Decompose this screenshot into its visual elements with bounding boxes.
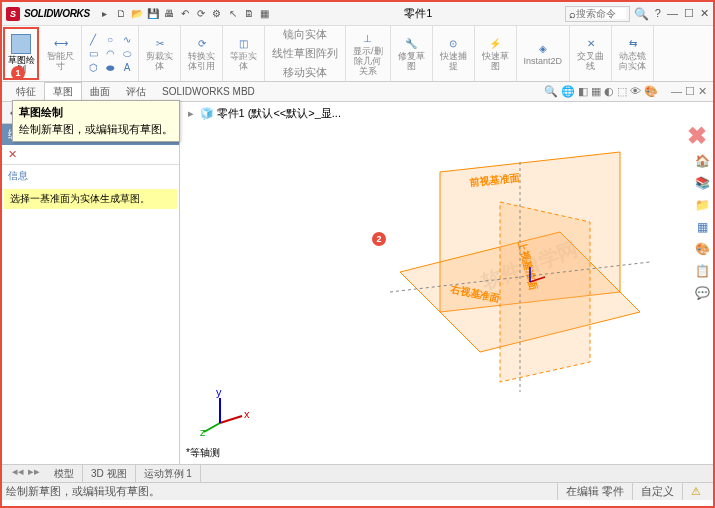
svg-marker-2	[500, 202, 590, 382]
minimize-icon[interactable]: —	[667, 7, 678, 20]
rapid-sketch-button[interactable]: ⚡快速草 图	[479, 34, 512, 73]
resources-icon[interactable]: 🏠	[693, 152, 711, 170]
library-icon[interactable]: 📚	[693, 174, 711, 192]
tab-evaluate[interactable]: 评估	[118, 82, 154, 102]
poly-icon[interactable]: ⬡	[86, 61, 100, 75]
offset-icon: ◫	[237, 36, 251, 50]
tab-nav-right-icon[interactable]: ▸▸	[28, 465, 40, 482]
doc-close-icon[interactable]: ✕	[698, 85, 707, 98]
view-triad[interactable]: x z y	[200, 388, 250, 440]
property-cancel-icon[interactable]: ✕	[8, 148, 17, 160]
tab-3dview[interactable]: 3D 视图	[83, 465, 136, 482]
options-icon[interactable]: ⚙	[210, 7, 224, 21]
slot-icon[interactable]: ⬬	[103, 61, 117, 75]
breadcrumb[interactable]: ▸ 🧊 零件1 (默认<<默认>_显...	[188, 106, 341, 121]
circle-icon[interactable]: ○	[103, 33, 117, 47]
close-icon[interactable]: ✕	[700, 7, 709, 20]
graphics-viewport[interactable]: ▸ 🧊 零件1 (默认<<默认>_显... ✖ 🏠 📚 📁 ▦ 🎨 📋 💬 软件…	[180, 102, 713, 464]
new-doc-icon[interactable]: 🗋	[114, 7, 128, 21]
layers-icon[interactable]: ▦	[258, 7, 272, 21]
crumb-arrow-icon: ▸	[188, 107, 194, 119]
convert-button[interactable]: ⟳转换实 体引用	[185, 34, 218, 73]
tab-mbd[interactable]: SOLIDWORKS MBD	[154, 82, 263, 102]
task-pane: 🏠 📚 📁 ▦ 🎨 📋 💬	[693, 152, 711, 302]
tooltip-body: 绘制新草图，或编辑现有草图。	[19, 122, 173, 137]
explorer-icon[interactable]: 📁	[693, 196, 711, 214]
instant2d-button[interactable]: ◈Instant2D	[521, 39, 566, 68]
text-icon[interactable]: A	[120, 61, 134, 75]
arc-icon[interactable]: ◠	[103, 47, 117, 61]
titlebar: S SOLIDWORKS ▸ 🗋 📂 💾 🖶 ↶ ⟳ ⚙ ↖ 🗎 ▦ 零件1 ⌕…	[2, 2, 713, 26]
scene-icon[interactable]: ◐	[604, 85, 614, 98]
ribbon: 草图绘 制 1 ⟷ 智能尺 寸 ╱○∿ ▭◠⬭ ⬡⬬A ✂剪裁实 体 ⟳转换实 …	[2, 26, 713, 82]
trim-button[interactable]: ✂剪裁实 体	[143, 34, 176, 73]
appearance-icon[interactable]: 🎨	[644, 85, 658, 98]
search-glass-icon[interactable]: 🔍	[634, 7, 649, 21]
repair-button[interactable]: 🔧修复草 图	[395, 34, 428, 73]
tooltip-title: 草图绘制	[19, 105, 173, 120]
appearances-icon[interactable]: 🎨	[693, 240, 711, 258]
pattern-button[interactable]: 线性草图阵列	[269, 44, 341, 63]
annotation-badge-2: 2	[372, 232, 386, 246]
save-icon[interactable]: 💾	[146, 7, 160, 21]
feature-manager-panel: ◆ ▦ ⚙ ◈ ⊕ ▸ 编辑草图 ? ✕ 信息 选择一基准面为实体生成草图。	[2, 102, 180, 464]
search-box[interactable]: ⌕	[565, 6, 630, 22]
new-icon[interactable]: ▸	[98, 7, 112, 21]
help-icon[interactable]: ?	[655, 7, 661, 20]
main-area: ◆ ▦ ⚙ ◈ ⊕ ▸ 编辑草图 ? ✕ 信息 选择一基准面为实体生成草图。 ▸…	[2, 102, 713, 464]
intersect-button[interactable]: ✕交叉曲 线	[574, 34, 607, 73]
status-custom[interactable]: 自定义	[632, 483, 682, 500]
status-warning-icon[interactable]: ⚠	[682, 483, 709, 500]
line-icon[interactable]: ╱	[86, 33, 100, 47]
status-bar: 绘制新草图，或编辑现有草图。 在编辑 零件 自定义 ⚠	[2, 482, 713, 500]
rect-icon[interactable]: ▭	[86, 47, 100, 61]
motion-tabs: ◂◂ ▸▸ 模型 3D 视图 运动算例 1	[2, 464, 713, 482]
doc-icon[interactable]: 🗎	[242, 7, 256, 21]
trim-icon: ✂	[153, 36, 167, 50]
confirm-cancel-icon[interactable]: ✖	[687, 122, 707, 150]
svg-text:y: y	[216, 388, 222, 398]
hide-show-icon[interactable]: 👁	[630, 85, 641, 98]
view-orientation-label: *等轴测	[186, 446, 220, 460]
dynamic-mirror-button[interactable]: ⇆动态镜 向实体	[616, 34, 649, 73]
tab-model[interactable]: 模型	[46, 465, 83, 482]
display-style-icon[interactable]: ▦	[591, 85, 601, 98]
window-buttons: ? — ☐ ✕	[655, 7, 709, 20]
offset-button[interactable]: ◫等距实 体	[227, 34, 260, 73]
doc-max-icon[interactable]: ☐	[685, 85, 695, 98]
view-palette-icon[interactable]: ▦	[693, 218, 711, 236]
dynmirror-icon: ⇆	[626, 36, 640, 50]
section-icon[interactable]: ◧	[578, 85, 588, 98]
view-orient-icon[interactable]: ⬚	[617, 85, 627, 98]
tab-nav-left-icon[interactable]: ◂◂	[12, 465, 24, 482]
tab-sketch[interactable]: 草图	[44, 82, 82, 102]
tab-features[interactable]: 特征	[8, 82, 44, 102]
zoom-fit-icon[interactable]: 🔍	[544, 85, 558, 98]
spline-icon[interactable]: ∿	[120, 33, 134, 47]
select-icon[interactable]: ↖	[226, 7, 240, 21]
smart-dimension-button[interactable]: ⟷ 智能尺 寸	[44, 34, 77, 73]
search-icon: ⌕	[569, 8, 576, 20]
move-button[interactable]: 移动实体	[269, 63, 341, 82]
svg-text:x: x	[244, 408, 250, 420]
maximize-icon[interactable]: ☐	[684, 7, 694, 20]
search-input[interactable]	[576, 8, 626, 19]
display-relations-button[interactable]: ⊥显示/删 除几何 关系	[350, 29, 386, 78]
custom-props-icon[interactable]: 📋	[693, 262, 711, 280]
tab-surfaces[interactable]: 曲面	[82, 82, 118, 102]
rebuild-icon[interactable]: ⟳	[194, 7, 208, 21]
app-logo: S	[6, 7, 20, 21]
orbit-icon[interactable]: 🌐	[561, 85, 575, 98]
sketch-button[interactable]: 草图绘 制 1	[3, 27, 39, 80]
mirror-button[interactable]: 镜向实体	[269, 25, 341, 44]
doc-min-icon[interactable]: —	[671, 85, 682, 98]
svg-line-7	[220, 416, 242, 423]
quick-snap-button[interactable]: ⊙快速捕 捉	[437, 34, 470, 73]
undo-icon[interactable]: ↶	[178, 7, 192, 21]
print-icon[interactable]: 🖶	[162, 7, 176, 21]
ellipse-icon[interactable]: ⬭	[120, 47, 134, 61]
tab-motion[interactable]: 运动算例 1	[136, 465, 201, 482]
open-icon[interactable]: 📂	[130, 7, 144, 21]
forum-icon[interactable]: 💬	[693, 284, 711, 302]
reference-planes[interactable]: 前视基准面 右视基准面 上视基准面	[360, 132, 680, 412]
